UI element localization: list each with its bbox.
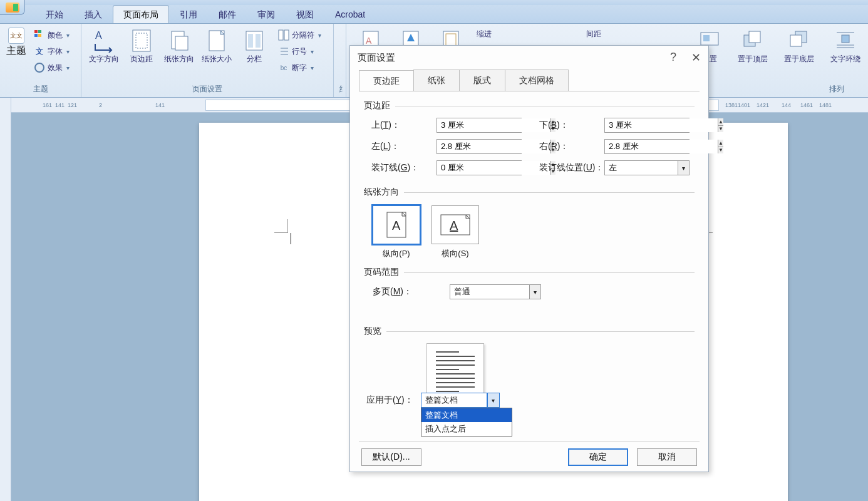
hyphenation-icon: bc	[278, 62, 289, 73]
svg-rect-27	[749, 31, 760, 43]
page-setup-dialog: 页面设置 ? ✕ 页边距 纸张 版式 文档网格 页边距 上(T)： ▲▼ 下(B…	[349, 45, 709, 472]
svg-rect-29	[790, 35, 802, 46]
themes-button[interactable]: 文文	[8, 28, 24, 44]
size-label: 纸张大小	[202, 55, 232, 64]
svg-text:A: A	[392, 219, 401, 232]
spin-down-icon[interactable]: ▼	[718, 126, 723, 133]
send-back-icon	[788, 29, 810, 53]
right-margin-input[interactable]: ▲▼	[604, 139, 690, 154]
close-icon[interactable]: ✕	[691, 51, 701, 65]
columns-button[interactable]: 分栏	[237, 26, 272, 78]
dialog-tab-layout[interactable]: 版式	[459, 70, 505, 91]
text-direction-button[interactable]: A 文字方向	[86, 26, 121, 78]
orientation-landscape[interactable]: A 横向(S)	[431, 205, 479, 259]
cancel-button[interactable]: 取消	[637, 448, 697, 466]
orientation-button[interactable]: 纸张方向	[162, 26, 197, 78]
bring-front-label: 置于顶层	[738, 55, 768, 64]
svg-text:A: A	[95, 30, 102, 41]
svg-rect-13	[256, 34, 261, 48]
text-wrap-label: 文字环绕	[830, 55, 860, 64]
text-direction-label: 文字方向	[89, 55, 119, 64]
svg-rect-3	[38, 34, 41, 37]
line-numbers-button[interactable]: 行号▾	[276, 44, 327, 59]
default-button[interactable]: 默认(D)...	[361, 448, 421, 466]
tab-mailings[interactable]: 邮件	[208, 5, 247, 23]
send-back-button[interactable]: 置于底层	[782, 26, 817, 78]
gutter-position-select[interactable]: 左 ▾	[604, 160, 690, 175]
bring-front-icon	[741, 29, 764, 53]
dialog-tab-paper[interactable]: 纸张	[413, 70, 460, 91]
orientation-label: 纸张方向	[164, 55, 194, 64]
font-icon: 文	[34, 46, 45, 57]
multi-pages-select[interactable]: 普通 ▾	[450, 284, 541, 299]
chevron-down-icon[interactable]: ▾	[487, 393, 500, 408]
apply-option-after-cursor[interactable]: 插入点之后	[421, 422, 512, 436]
svg-rect-14	[279, 30, 283, 40]
dialog-tab-grid[interactable]: 文档网格	[505, 70, 569, 91]
spin-up-icon[interactable]: ▲	[718, 118, 723, 126]
text-cursor	[291, 233, 291, 244]
left-margin-input[interactable]: ▲▼	[437, 139, 522, 154]
tab-review[interactable]: 审阅	[247, 5, 286, 23]
hyphenation-button[interactable]: bc 断字▾	[276, 60, 327, 75]
dialog-title: 页面设置	[358, 52, 395, 64]
bottom-margin-input[interactable]: ▲▼	[604, 118, 690, 133]
send-back-label: 置于底层	[784, 55, 814, 64]
tab-references[interactable]: 引用	[169, 5, 208, 23]
ok-button[interactable]: 确定	[568, 448, 628, 466]
gutter-input[interactable]: ▲▼	[437, 160, 522, 175]
svg-point-4	[35, 63, 44, 72]
apply-option-whole-doc[interactable]: 整篇文档	[421, 408, 512, 422]
theme-colors-button[interactable]: 颜色▾	[31, 28, 72, 43]
apply-to-dropdown: 整篇文档 插入点之后	[421, 408, 512, 436]
hyphenation-label: 断字	[292, 63, 307, 73]
svg-rect-15	[284, 30, 289, 40]
gutter-pos-label: 装订线位置(U)：	[539, 162, 596, 173]
dialog-tab-margins[interactable]: 页边距	[359, 70, 414, 91]
svg-rect-30	[842, 35, 849, 43]
orientation-portrait[interactable]: A 纵向(P)	[373, 205, 420, 259]
svg-rect-9	[175, 36, 188, 50]
spin-up-icon[interactable]: ▲	[718, 140, 723, 147]
margins-icon	[130, 29, 153, 53]
theme-colors-label: 颜色	[48, 30, 63, 41]
section-pages: 页码范围	[364, 267, 399, 278]
bottom-label: 下(B)：	[539, 120, 596, 131]
palette-icon	[34, 29, 45, 41]
chevron-down-icon[interactable]: ▾	[678, 161, 689, 175]
tab-insert[interactable]: 插入	[74, 5, 113, 23]
themes-label: 主题	[6, 45, 26, 56]
multi-pages-label: 多页(M)：	[373, 286, 412, 297]
section-orientation: 纸张方向	[364, 187, 399, 198]
tab-view[interactable]: 视图	[286, 5, 324, 23]
chevron-down-icon[interactable]: ▾	[529, 285, 540, 299]
spacing-label: 间距	[586, 29, 601, 39]
text-wrap-button[interactable]: 文字环绕	[828, 26, 863, 78]
svg-rect-2	[34, 34, 38, 37]
svg-text:A: A	[366, 36, 372, 46]
theme-effects-button[interactable]: 效果▾	[31, 60, 72, 75]
section-margins: 页边距	[364, 100, 390, 111]
top-margin-input[interactable]: ▲▼	[437, 118, 522, 133]
orientation-icon	[168, 29, 190, 53]
svg-rect-25	[703, 35, 710, 41]
vertical-ruler[interactable]	[0, 98, 11, 501]
theme-fonts-button[interactable]: 文 字体▾	[31, 44, 72, 59]
office-logo-icon	[6, 3, 19, 13]
help-button[interactable]: ?	[670, 51, 676, 65]
tab-page-layout[interactable]: 页面布局	[113, 5, 169, 23]
size-button[interactable]: 纸张大小	[199, 26, 234, 78]
margins-button[interactable]: 页边距	[124, 26, 159, 78]
breaks-label: 分隔符	[292, 30, 314, 41]
bring-front-button[interactable]: 置于顶层	[735, 26, 770, 78]
spin-down-icon[interactable]: ▼	[718, 147, 723, 154]
text-wrap-icon	[834, 29, 857, 53]
gutter-label: 装订线(G)：	[371, 162, 428, 173]
office-button[interactable]	[0, 0, 25, 15]
tab-acrobat[interactable]: Acrobat	[324, 5, 376, 23]
left-label: 左(L)：	[371, 141, 428, 152]
breaks-button[interactable]: 分隔符▾	[276, 28, 327, 43]
tab-start[interactable]: 开始	[35, 5, 74, 23]
apply-to-select[interactable]: 整篇文档 ▾ 整篇文档 插入点之后	[421, 393, 500, 408]
orientation-landscape-label: 横向(S)	[442, 248, 468, 259]
